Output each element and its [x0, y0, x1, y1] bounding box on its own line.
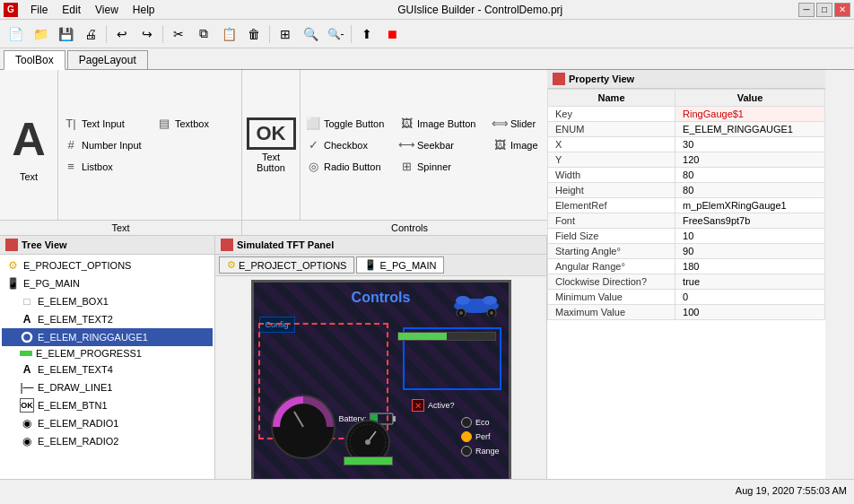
cut-button[interactable]: ✂	[167, 22, 190, 46]
sim-tab-bar: ⚙ E_PROJECT_OPTIONS 📱 E_PG_MAIN	[215, 255, 546, 276]
bottom-area: Tree View ⚙ E_PROJECT_OPTIONS 📱 E_PG_MAI…	[0, 236, 547, 479]
tft-cb-icon: ✕	[412, 399, 424, 412]
text-input-widget[interactable]: T| Text Input	[58, 114, 148, 134]
stop-button[interactable]: ⏹	[380, 22, 404, 46]
prop-value-cell[interactable]: FreeSans9pt7b	[675, 213, 825, 229]
toggle-icon: ⬜	[305, 116, 321, 132]
prop-value-cell[interactable]: 100	[675, 305, 825, 320]
ok-button-icon[interactable]: OK	[247, 117, 296, 150]
upload-button[interactable]: ⬆	[355, 22, 379, 46]
print-button[interactable]: 🖨	[79, 22, 102, 46]
grid-button[interactable]: ⊞	[274, 22, 297, 46]
text-a-icon[interactable]: A	[4, 109, 53, 169]
tree-item-text4[interactable]: A E_ELEM_TEXT4	[2, 361, 213, 378]
maximize-button[interactable]: □	[816, 3, 832, 17]
tree-item-pg-main[interactable]: 📱 E_PG_MAIN	[2, 274, 213, 292]
delete-button[interactable]: 🗑	[242, 22, 266, 46]
seekbar-label: Seekbar	[417, 140, 454, 151]
tree-item-text2[interactable]: A E_ELEM_TEXT2	[2, 310, 213, 328]
table-row: Angular Range°180	[548, 259, 825, 274]
checkbox-widget[interactable]: ✓ Checkbox	[301, 135, 390, 155]
pg-main-icon: 📱	[5, 276, 20, 291]
tree-item-ringgauge1[interactable]: E_ELEM_RINGGAUGE1	[2, 328, 213, 346]
tree-item-btn1[interactable]: OK E_ELEM_BTN1	[2, 396, 213, 414]
prop-value-cell[interactable]: 0	[675, 290, 825, 305]
main-content: A Text T| Text Input ▤ Textbox	[0, 70, 854, 479]
paste-button[interactable]: 📋	[217, 22, 240, 46]
number-input-label: Number Input	[82, 140, 142, 151]
prop-value-cell[interactable]: 120	[675, 152, 825, 168]
status-datetime: Aug 19, 2020 7:55:03 AM	[736, 485, 847, 496]
textbox-widget[interactable]: ▤ Textbox	[152, 114, 241, 134]
svg-point-15	[22, 333, 31, 342]
prop-value-cell[interactable]: m_pElemXRingGauge1	[675, 198, 825, 213]
number-input-icon: #	[63, 137, 79, 153]
zoom-in-button[interactable]: 🔍	[299, 22, 322, 46]
menu-view[interactable]: View	[88, 2, 126, 18]
spinner-widget[interactable]: ⊞ Spinner	[394, 157, 484, 177]
prop-value-cell[interactable]: true	[675, 274, 825, 290]
table-row: Minimum Value0	[548, 290, 825, 305]
draw-line1-icon: |—	[20, 380, 34, 395]
image-label: Image	[510, 140, 538, 151]
tft-radio-perf-label: Perf	[475, 432, 491, 441]
save-button[interactable]: 💾	[54, 22, 77, 46]
tft-car-icon	[452, 288, 501, 319]
window-controls: ─ □ ✕	[798, 3, 850, 17]
prop-value-cell[interactable]: 10	[675, 229, 825, 244]
main-tab-bar: ToolBox PageLayout	[0, 48, 854, 70]
prop-header-icon	[553, 73, 565, 85]
toggle-button-widget[interactable]: ⬜ Toggle Button	[301, 114, 390, 134]
prop-name-cell: Y	[548, 152, 675, 168]
sim-header-label: Simulated TFT Panel	[237, 239, 334, 250]
text-row1: T| Text Input ▤ Textbox	[58, 114, 241, 134]
open-button[interactable]: 📁	[29, 22, 52, 46]
sim-tab-project-options[interactable]: ⚙ E_PROJECT_OPTIONS	[219, 256, 354, 274]
listbox-widget[interactable]: ≡ Listbox	[58, 157, 148, 177]
prop-value-cell[interactable]: 180	[675, 259, 825, 274]
svg-point-23	[490, 311, 493, 315]
menu-file[interactable]: File	[23, 2, 55, 18]
btn1-label: E_ELEM_BTN1	[38, 400, 108, 411]
tab-pagelayout[interactable]: PageLayout	[67, 50, 148, 69]
controls-big-widget[interactable]: OK TextButton	[242, 70, 301, 220]
sim-tab-pg-main[interactable]: 📱 E_PG_MAIN	[356, 256, 444, 274]
prop-value-cell[interactable]: 90	[675, 244, 825, 259]
tree-item-draw-line1[interactable]: |— E_DRAW_LINE1	[2, 378, 213, 396]
minimize-button[interactable]: ─	[798, 3, 815, 17]
seekbar-widget[interactable]: ⟷ Seekbar	[394, 135, 484, 155]
checkbox-label: Checkbox	[324, 140, 368, 151]
new-button[interactable]: 📄	[4, 22, 27, 46]
progress1-icon	[20, 351, 32, 356]
tree-item-radio1[interactable]: ◉ E_ELEM_RADIO1	[2, 414, 213, 432]
prop-value-cell[interactable]: 30	[675, 137, 825, 152]
toolbar-sep1	[106, 25, 107, 43]
redo-button[interactable]: ↪	[135, 22, 159, 46]
tree-item-radio2[interactable]: ◉ E_ELEM_RADIO2	[2, 432, 213, 450]
text-big-widget[interactable]: A Text	[0, 70, 58, 220]
prop-name-cell: Width	[548, 168, 675, 183]
radio-button-widget[interactable]: ◎ Radio Button	[301, 157, 390, 177]
prop-panel-header: Property View	[547, 70, 825, 89]
spinner-label: Spinner	[417, 161, 451, 172]
image-button-widget[interactable]: 🖼 Image Button	[394, 114, 484, 134]
tree-item-progress1[interactable]: E_ELEM_PROGRESS1	[2, 346, 213, 361]
prop-value-cell[interactable]: 80	[675, 168, 825, 183]
copy-button[interactable]: ⧉	[192, 22, 215, 46]
tree-item-project-options[interactable]: ⚙ E_PROJECT_OPTIONS	[2, 256, 213, 274]
svg-rect-28	[393, 416, 396, 421]
seekbar-icon: ⟷	[398, 137, 414, 153]
tab-toolbox[interactable]: ToolBox	[4, 50, 65, 70]
prop-value-cell[interactable]: 80	[675, 183, 825, 198]
prop-value-cell[interactable]: RingGauge$1	[675, 107, 825, 122]
table-row: KeyRingGauge$1	[548, 107, 825, 122]
number-input-widget[interactable]: # Number Input	[58, 135, 148, 155]
prop-value-cell[interactable]: E_ELEM_RINGGAUGE1	[675, 122, 825, 137]
zoom-out-button[interactable]: 🔍-	[324, 22, 347, 46]
tree-item-box1[interactable]: □ E_ELEM_BOX1	[2, 292, 213, 310]
menu-edit[interactable]: Edit	[55, 2, 88, 18]
prop-name-header: Name	[548, 90, 675, 107]
close-button[interactable]: ✕	[834, 3, 850, 17]
undo-button[interactable]: ↩	[110, 22, 134, 46]
menu-help[interactable]: Help	[126, 2, 162, 18]
